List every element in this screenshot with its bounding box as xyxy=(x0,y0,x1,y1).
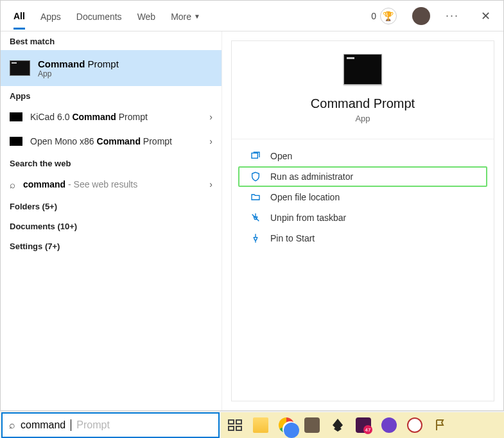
app-icon[interactable] xyxy=(431,416,449,434)
detail-title: Command Prompt xyxy=(311,96,415,111)
close-button[interactable]: ✕ xyxy=(481,9,491,23)
terminal-icon xyxy=(10,137,22,146)
svg-rect-1 xyxy=(229,420,234,424)
task-view-icon[interactable] xyxy=(226,416,244,434)
terminal-icon xyxy=(10,112,22,121)
folder-icon xyxy=(250,191,261,203)
github-desktop-icon[interactable] xyxy=(380,416,398,434)
action-open-file-location[interactable]: Open file location xyxy=(232,187,494,207)
rewards-points[interactable]: 0 🏆 xyxy=(371,8,397,24)
taskbar: 47 xyxy=(221,412,504,438)
app-result-label: KiCad 6.0 Command Prompt xyxy=(30,112,202,122)
app-icon[interactable] xyxy=(406,416,424,434)
pin-icon xyxy=(250,232,261,244)
gimp-icon[interactable] xyxy=(303,416,321,434)
terminal-icon xyxy=(343,54,382,85)
app-result-label: Open Mono x86 Command Prompt xyxy=(30,136,202,146)
web-heading: Search the web xyxy=(1,153,222,172)
tab-web[interactable]: Web xyxy=(137,3,156,30)
best-match-title: Command Prompt xyxy=(38,58,119,69)
inkscape-icon[interactable] xyxy=(329,416,347,434)
action-run-as-administrator[interactable]: Run as administrator xyxy=(238,166,487,187)
chevron-right-icon[interactable]: › xyxy=(209,179,213,189)
search-suggestion-text: Prompt xyxy=(76,419,110,431)
action-pin-to-start[interactable]: Pin to Start xyxy=(232,228,494,249)
best-match-heading: Best match xyxy=(1,31,222,50)
text-cursor xyxy=(71,419,71,431)
slack-icon[interactable]: 47 xyxy=(354,416,372,434)
chevron-down-icon: ▼ xyxy=(194,13,200,20)
search-typed-text: command xyxy=(21,419,65,431)
action-label: Run as administrator xyxy=(270,171,353,182)
action-label: Open file location xyxy=(270,192,340,202)
points-value: 0 xyxy=(371,11,376,21)
open-icon xyxy=(250,150,261,162)
filter-tabs: All Apps Documents Web More ▼ 0 🏆 ··· ✕ xyxy=(1,1,503,31)
action-unpin-taskbar[interactable]: Unpin from taskbar xyxy=(232,207,494,228)
tab-more[interactable]: More ▼ xyxy=(171,3,200,30)
tab-apps[interactable]: Apps xyxy=(40,3,61,30)
chevron-right-icon[interactable]: › xyxy=(209,136,213,146)
search-input[interactable]: ⌕ commandPrompt xyxy=(1,412,220,438)
app-result-kicad[interactable]: KiCad 6.0 Command Prompt › xyxy=(1,105,222,129)
search-icon: ⌕ xyxy=(10,179,15,190)
svg-rect-4 xyxy=(236,426,241,430)
svg-rect-3 xyxy=(229,426,234,430)
terminal-icon xyxy=(10,60,30,76)
apps-heading: Apps xyxy=(1,86,222,105)
search-icon: ⌕ xyxy=(9,419,15,431)
shield-icon xyxy=(250,171,261,182)
settings-category[interactable]: Settings (7+) xyxy=(1,236,222,256)
app-result-mono[interactable]: Open Mono x86 Command Prompt › xyxy=(1,129,222,153)
svg-rect-2 xyxy=(236,420,241,424)
documents-category[interactable]: Documents (10+) xyxy=(1,216,222,236)
svg-rect-0 xyxy=(252,153,257,158)
more-options-icon[interactable]: ··· xyxy=(446,9,459,22)
best-match-result[interactable]: Command Prompt App xyxy=(1,50,222,86)
web-result[interactable]: ⌕ command - See web results › xyxy=(1,172,222,197)
web-result-label: command - See web results xyxy=(23,179,202,189)
unpin-icon xyxy=(250,212,261,223)
detail-panel: Command Prompt App Open Run as administr… xyxy=(231,40,494,401)
chevron-right-icon[interactable]: › xyxy=(209,112,213,122)
detail-subtitle: App xyxy=(355,114,370,123)
folders-category[interactable]: Folders (5+) xyxy=(1,197,222,216)
detail-column: Command Prompt App Open Run as administr… xyxy=(222,31,503,410)
action-label: Unpin from taskbar xyxy=(270,213,346,223)
action-label: Pin to Start xyxy=(270,233,315,243)
chrome-icon[interactable] xyxy=(277,416,295,434)
results-column: Best match Command Prompt App Apps KiCad… xyxy=(1,31,222,410)
action-open[interactable]: Open xyxy=(232,146,494,166)
best-match-subtitle: App xyxy=(38,69,119,78)
user-avatar[interactable] xyxy=(412,7,430,25)
trophy-icon: 🏆 xyxy=(380,8,397,24)
tab-all[interactable]: All xyxy=(13,2,25,30)
action-label: Open xyxy=(270,151,292,161)
tab-more-label: More xyxy=(171,12,191,22)
tab-documents[interactable]: Documents xyxy=(76,3,122,30)
file-explorer-icon[interactable] xyxy=(252,416,270,434)
